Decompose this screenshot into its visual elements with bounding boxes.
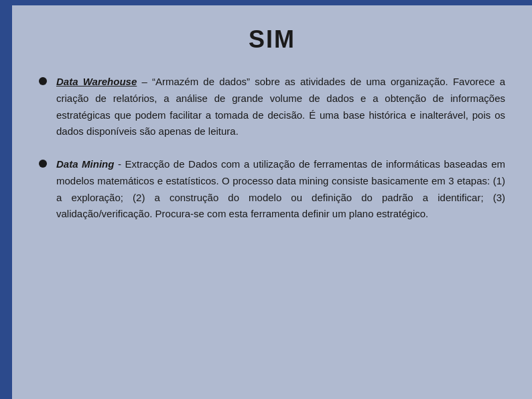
- bullet-item-data-mining: Data Mining - Extracção de Dados com a u…: [39, 156, 505, 223]
- left-bar: [0, 0, 12, 399]
- term-data-mining: Data Mining: [56, 158, 114, 170]
- bullet-item-data-warehouse: Data Warehouse – “Armazém de dados” sobr…: [39, 74, 505, 140]
- bullet-text-data-mining: Data Mining - Extracção de Dados com a u…: [56, 156, 505, 223]
- term-data-warehouse: Data Warehouse: [56, 76, 137, 87]
- bullet-content-2: - Extracção de Dados com a utilização de…: [56, 158, 505, 219]
- bullet-dot-2: [39, 160, 47, 168]
- bullet-dot-1: [39, 77, 47, 85]
- bullet-text-data-warehouse: Data Warehouse – “Armazém de dados” sobr…: [56, 74, 505, 140]
- top-bar: [0, 0, 532, 5]
- content-area: SIM Data Warehouse – “Armazém de dados” …: [12, 5, 532, 399]
- page-title: SIM: [39, 25, 505, 54]
